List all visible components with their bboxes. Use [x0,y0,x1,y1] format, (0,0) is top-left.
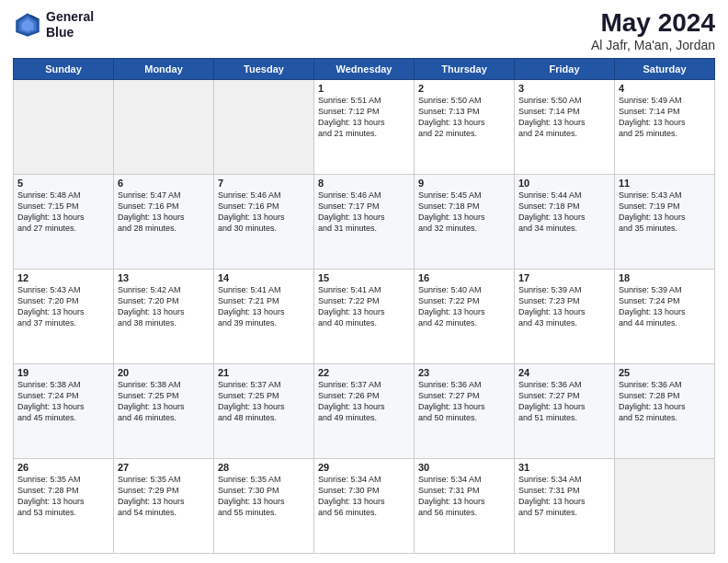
day-number: 20 [118,367,210,378]
day-number: 24 [518,367,610,378]
calendar-cell: 21Sunrise: 5:37 AM Sunset: 7:25 PM Dayli… [214,363,314,458]
day-number: 9 [418,178,510,189]
cell-info: Sunrise: 5:35 AM Sunset: 7:29 PM Dayligh… [118,474,210,519]
day-header-monday: Monday [114,58,214,79]
cell-info: Sunrise: 5:34 AM Sunset: 7:31 PM Dayligh… [418,474,510,519]
cell-info: Sunrise: 5:41 AM Sunset: 7:21 PM Dayligh… [218,284,310,329]
day-header-wednesday: Wednesday [314,58,415,79]
header: General Blue May 2024 Al Jafr, Ma'an, Jo… [13,9,715,52]
day-number: 7 [218,178,310,189]
week-row-5: 26Sunrise: 5:35 AM Sunset: 7:28 PM Dayli… [14,458,715,553]
cell-info: Sunrise: 5:40 AM Sunset: 7:22 PM Dayligh… [418,284,510,329]
cell-info: Sunrise: 5:39 AM Sunset: 7:24 PM Dayligh… [619,284,711,329]
calendar-cell: 10Sunrise: 5:44 AM Sunset: 7:18 PM Dayli… [515,174,615,269]
week-row-2: 5Sunrise: 5:48 AM Sunset: 7:15 PM Daylig… [14,174,715,269]
cell-info: Sunrise: 5:43 AM Sunset: 7:19 PM Dayligh… [619,190,711,235]
cell-info: Sunrise: 5:43 AM Sunset: 7:20 PM Dayligh… [17,284,109,329]
day-number: 17 [518,272,610,283]
cell-info: Sunrise: 5:36 AM Sunset: 7:27 PM Dayligh… [518,379,610,424]
day-header-friday: Friday [515,58,615,79]
day-number: 31 [518,462,610,473]
cell-info: Sunrise: 5:47 AM Sunset: 7:16 PM Dayligh… [118,190,210,235]
day-number: 23 [418,367,510,378]
day-number: 2 [418,83,510,94]
calendar-subtitle: Al Jafr, Ma'an, Jordan [591,38,715,52]
cell-info: Sunrise: 5:34 AM Sunset: 7:31 PM Dayligh… [518,474,610,519]
page: General Blue May 2024 Al Jafr, Ma'an, Jo… [0,0,728,563]
day-number: 11 [619,178,711,189]
calendar-cell: 18Sunrise: 5:39 AM Sunset: 7:24 PM Dayli… [615,269,715,363]
calendar-cell: 8Sunrise: 5:46 AM Sunset: 7:17 PM Daylig… [314,174,415,269]
calendar-cell: 22Sunrise: 5:37 AM Sunset: 7:26 PM Dayli… [314,363,415,458]
cell-info: Sunrise: 5:41 AM Sunset: 7:22 PM Dayligh… [318,284,410,329]
day-header-tuesday: Tuesday [214,58,314,79]
calendar-cell: 24Sunrise: 5:36 AM Sunset: 7:27 PM Dayli… [515,363,615,458]
cell-info: Sunrise: 5:39 AM Sunset: 7:23 PM Dayligh… [518,284,610,329]
cell-info: Sunrise: 5:49 AM Sunset: 7:14 PM Dayligh… [619,95,711,140]
day-number: 30 [418,462,510,473]
cell-info: Sunrise: 5:37 AM Sunset: 7:26 PM Dayligh… [318,379,410,424]
calendar-cell: 27Sunrise: 5:35 AM Sunset: 7:29 PM Dayli… [114,458,214,553]
calendar-cell: 19Sunrise: 5:38 AM Sunset: 7:24 PM Dayli… [14,363,114,458]
cell-info: Sunrise: 5:51 AM Sunset: 7:12 PM Dayligh… [318,95,410,140]
calendar-cell: 12Sunrise: 5:43 AM Sunset: 7:20 PM Dayli… [14,269,114,363]
day-number: 10 [518,178,610,189]
week-row-3: 12Sunrise: 5:43 AM Sunset: 7:20 PM Dayli… [14,269,715,363]
week-row-4: 19Sunrise: 5:38 AM Sunset: 7:24 PM Dayli… [14,363,715,458]
day-number: 13 [118,272,210,283]
day-number: 28 [218,462,310,473]
calendar-cell: 14Sunrise: 5:41 AM Sunset: 7:21 PM Dayli… [214,269,314,363]
calendar-cell: 17Sunrise: 5:39 AM Sunset: 7:23 PM Dayli… [515,269,615,363]
day-header-sunday: Sunday [14,58,114,79]
day-number: 12 [17,272,109,283]
calendar-cell: 16Sunrise: 5:40 AM Sunset: 7:22 PM Dayli… [415,269,515,363]
logo: General Blue [13,9,94,40]
calendar-cell [615,458,715,553]
day-number: 6 [118,178,210,189]
calendar-cell [214,79,314,174]
cell-info: Sunrise: 5:45 AM Sunset: 7:18 PM Dayligh… [418,190,510,235]
calendar-cell [14,79,114,174]
calendar-cell: 25Sunrise: 5:36 AM Sunset: 7:28 PM Dayli… [615,363,715,458]
calendar-cell: 31Sunrise: 5:34 AM Sunset: 7:31 PM Dayli… [515,458,615,553]
calendar-cell: 4Sunrise: 5:49 AM Sunset: 7:14 PM Daylig… [615,79,715,174]
cell-info: Sunrise: 5:50 AM Sunset: 7:13 PM Dayligh… [418,95,510,140]
calendar-cell: 29Sunrise: 5:34 AM Sunset: 7:30 PM Dayli… [314,458,415,553]
calendar-cell: 23Sunrise: 5:36 AM Sunset: 7:27 PM Dayli… [415,363,515,458]
calendar-cell: 20Sunrise: 5:38 AM Sunset: 7:25 PM Dayli… [114,363,214,458]
calendar-cell: 15Sunrise: 5:41 AM Sunset: 7:22 PM Dayli… [314,269,415,363]
cell-info: Sunrise: 5:50 AM Sunset: 7:14 PM Dayligh… [518,95,610,140]
calendar-cell: 28Sunrise: 5:35 AM Sunset: 7:30 PM Dayli… [214,458,314,553]
day-number: 25 [619,367,711,378]
day-number: 21 [218,367,310,378]
calendar-title: May 2024 [591,9,715,38]
calendar-cell: 9Sunrise: 5:45 AM Sunset: 7:18 PM Daylig… [415,174,515,269]
day-number: 18 [619,272,711,283]
day-number: 8 [318,178,410,189]
day-number: 15 [318,272,410,283]
day-number: 27 [118,462,210,473]
calendar-header-row: SundayMondayTuesdayWednesdayThursdayFrid… [14,58,715,79]
cell-info: Sunrise: 5:35 AM Sunset: 7:30 PM Dayligh… [218,474,310,519]
calendar-cell [114,79,214,174]
cell-info: Sunrise: 5:38 AM Sunset: 7:25 PM Dayligh… [118,379,210,424]
title-block: May 2024 Al Jafr, Ma'an, Jordan [591,9,715,52]
day-number: 4 [619,83,711,94]
calendar-cell: 13Sunrise: 5:42 AM Sunset: 7:20 PM Dayli… [114,269,214,363]
day-number: 1 [318,83,410,94]
day-number: 26 [17,462,109,473]
calendar-cell: 26Sunrise: 5:35 AM Sunset: 7:28 PM Dayli… [14,458,114,553]
calendar-cell: 6Sunrise: 5:47 AM Sunset: 7:16 PM Daylig… [114,174,214,269]
week-row-1: 1Sunrise: 5:51 AM Sunset: 7:12 PM Daylig… [14,79,715,174]
calendar-cell: 1Sunrise: 5:51 AM Sunset: 7:12 PM Daylig… [314,79,415,174]
day-header-thursday: Thursday [415,58,515,79]
cell-info: Sunrise: 5:36 AM Sunset: 7:28 PM Dayligh… [619,379,711,424]
logo-text: General Blue [46,9,94,40]
calendar-cell: 5Sunrise: 5:48 AM Sunset: 7:15 PM Daylig… [14,174,114,269]
cell-info: Sunrise: 5:35 AM Sunset: 7:28 PM Dayligh… [17,474,109,519]
cell-info: Sunrise: 5:48 AM Sunset: 7:15 PM Dayligh… [17,190,109,235]
cell-info: Sunrise: 5:36 AM Sunset: 7:27 PM Dayligh… [418,379,510,424]
day-number: 14 [218,272,310,283]
day-number: 5 [17,178,109,189]
calendar-cell: 2Sunrise: 5:50 AM Sunset: 7:13 PM Daylig… [415,79,515,174]
